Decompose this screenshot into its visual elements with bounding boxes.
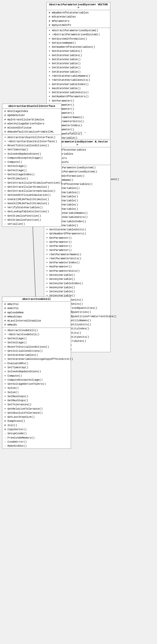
abstract-cardiac-fields: # mVoltageIndex # mpOdeSolver # mpIntrac… — [2, 109, 61, 135]
field-line: # mStateVariables — [49, 15, 108, 19]
field-line: # mNumberOfStateVariables — [49, 11, 108, 15]
abstract-cvode-methods: + AbstractCvodeCell() + ~AbstractCvodeCe… — [2, 328, 71, 449]
abstract-cardiac-box: AbstractCardiacCellInterface # mVoltageI… — [2, 104, 62, 227]
abstract-cvode-fields: # mRelTol # mAbsTol # mpCvodeMem # mMaxS… — [2, 302, 71, 328]
abstract-param-vector-fields: # mNumberOfStateVariables # mStateVariab… — [47, 10, 110, 28]
field-line: # mpSystemInfo — [49, 23, 108, 27]
field-line: # mParameters — [49, 19, 108, 23]
abstract-cardiac-title: AbstractCardiacCellInterface — [2, 104, 61, 109]
abstract-param-vector-title: AbstractParameterisedSystem< VECTOR > — [47, 2, 110, 10]
abstract-cardiac-methods: + AbstractCardiacCellInterface() + ~Abst… — [2, 135, 61, 227]
abstract-cvode-box: AbstractCvodeCell # mRelTol # mAbsTol # … — [2, 297, 71, 449]
abstract-cvode-title: AbstractCvodeCell — [2, 297, 71, 302]
n-vector-label: < N_Vector > — [66, 131, 86, 134]
